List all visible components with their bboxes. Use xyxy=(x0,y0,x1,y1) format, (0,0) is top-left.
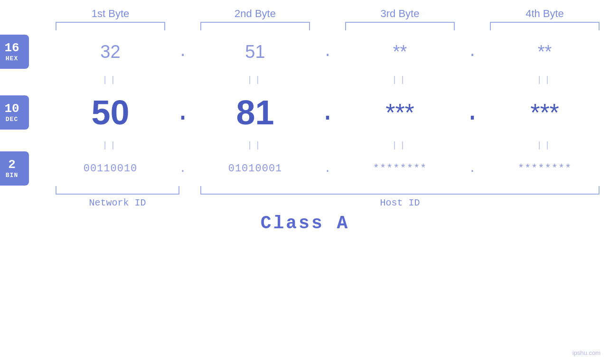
bracket-byte1 xyxy=(56,22,165,30)
bin-byte4: ******** xyxy=(479,152,610,185)
bin-sep2: . xyxy=(320,152,335,185)
byte3-header: 3rd Byte xyxy=(335,8,465,22)
equals-row-1: || || || || xyxy=(0,73,610,86)
eq1-byte2: || xyxy=(190,73,320,86)
byte4-header: 4th Byte xyxy=(479,8,610,22)
byte1-header: 1st Byte xyxy=(45,8,176,22)
bracket-sep2 xyxy=(320,22,335,30)
hex-sep1: . xyxy=(176,30,190,73)
bracket-empty xyxy=(0,22,45,30)
byte2-header: 2nd Byte xyxy=(190,8,320,22)
hex-byte2: 51 xyxy=(190,30,320,73)
hex-badge-label: HEX xyxy=(6,55,18,62)
eq1-byte3: || xyxy=(335,73,465,86)
header-sep3 xyxy=(465,8,479,22)
bin-sep1: . xyxy=(176,152,190,185)
bracket-byte2 xyxy=(200,22,310,30)
eq2-badge-empty xyxy=(0,139,45,152)
bin-row: 2 BIN 00110010 . 01010001 . ******** . *… xyxy=(0,152,610,185)
header-sep2 xyxy=(320,8,335,22)
dec-badge-number: 10 xyxy=(4,102,19,116)
bracket-byte3 xyxy=(345,22,455,30)
bb-empty xyxy=(0,186,45,195)
dec-byte1: 50 xyxy=(45,86,176,139)
header-section: 1st Byte 2nd Byte 3rd Byte 4th Byte xyxy=(0,0,610,22)
class-a-section: Class A xyxy=(0,208,610,233)
dec-byte4: *** xyxy=(479,86,610,139)
eq1-byte1: || xyxy=(45,73,176,86)
bin-byte1: 00110010 xyxy=(45,152,176,185)
hex-row: 16 HEX 32 . 51 . ** . ** xyxy=(0,30,610,73)
dec-badge-cell: 10 DEC xyxy=(0,86,45,139)
bin-byte2: 01010001 xyxy=(190,152,320,185)
hex-badge-number: 16 xyxy=(4,41,19,55)
header-sep1 xyxy=(176,8,190,22)
eq2-sep3 xyxy=(465,139,479,152)
bt-empty xyxy=(0,195,45,208)
watermark: ipshu.com xyxy=(572,349,601,356)
dec-byte3: *** xyxy=(335,86,465,139)
hex-badge: 16 HEX xyxy=(0,35,29,69)
hex-sep3: . xyxy=(465,30,479,73)
bin-badge: 2 BIN xyxy=(0,151,29,186)
main-container: 1st Byte 2nd Byte 3rd Byte 4th Byte 16 H… xyxy=(0,0,610,364)
hex-byte1: 32 xyxy=(45,30,176,73)
eq1-badge-empty xyxy=(0,73,45,86)
dec-sep1: . xyxy=(176,86,190,139)
network-id-label: Network ID xyxy=(45,195,190,208)
hex-byte4: ** xyxy=(479,30,610,73)
bottom-labels-section: Network ID Host ID xyxy=(0,195,610,208)
eq2-byte3: || xyxy=(335,139,465,152)
dec-badge-label: DEC xyxy=(6,116,18,123)
dec-row: 10 DEC 50 . 81 . *** . *** xyxy=(0,86,610,139)
hex-byte3: ** xyxy=(335,30,465,73)
class-a-text: Class A xyxy=(261,213,350,233)
top-bracket-section xyxy=(0,22,610,30)
bin-sep3: . xyxy=(465,152,479,185)
eq1-sep1 xyxy=(176,73,190,86)
equals-row-2: || || || || xyxy=(0,139,610,152)
hex-badge-cell: 16 HEX xyxy=(0,30,45,73)
dec-badge: 10 DEC xyxy=(0,95,29,130)
bracket-sep1 xyxy=(176,22,190,30)
dec-byte2: 81 xyxy=(190,86,320,139)
network-bottom-bracket xyxy=(56,186,179,195)
bottom-bracket-section xyxy=(0,186,610,195)
eq1-sep3 xyxy=(465,73,479,86)
eq2-byte2: || xyxy=(190,139,320,152)
eq1-sep2 xyxy=(320,73,335,86)
eq2-sep2 xyxy=(320,139,335,152)
eq2-sep1 xyxy=(176,139,190,152)
bin-badge-number: 2 xyxy=(8,158,16,172)
host-bottom-bracket xyxy=(200,186,600,195)
dec-sep3: . xyxy=(465,86,479,139)
eq2-byte4: || xyxy=(479,139,610,152)
host-id-label: Host ID xyxy=(190,195,610,208)
bracket-byte4 xyxy=(490,22,600,30)
dec-sep2: . xyxy=(320,86,335,139)
eq2-byte1: || xyxy=(45,139,176,152)
bin-badge-cell: 2 BIN xyxy=(0,152,45,185)
bin-badge-label: BIN xyxy=(6,172,18,179)
bracket-sep3 xyxy=(465,22,479,30)
eq1-byte4: || xyxy=(479,73,610,86)
hex-sep2: . xyxy=(320,30,335,73)
header-empty xyxy=(0,8,45,22)
bin-byte3: ******** xyxy=(335,152,465,185)
